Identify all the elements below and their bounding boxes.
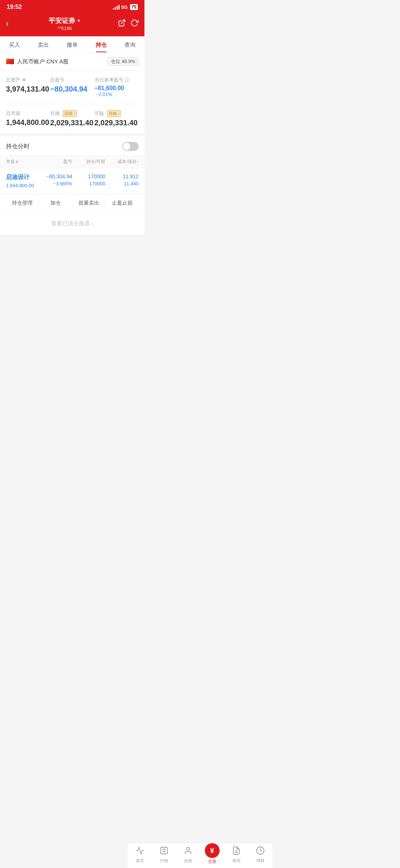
tab-sell[interactable]: 卖出	[29, 36, 58, 52]
total-assets-label: 总资产 👁	[6, 77, 50, 83]
market-value-value: 1,944,800.00	[6, 118, 50, 127]
market-value-label: 总市值	[6, 110, 50, 117]
stock-qty-col: 170000 170000	[72, 173, 106, 186]
stat-available: 可用 国债 › 2,029,331.40	[50, 110, 94, 127]
share-icon[interactable]	[118, 19, 126, 29]
today-pnl-percent: −2.01%	[96, 92, 112, 97]
account-name: 人民币账户 CNY A股	[17, 58, 69, 65]
guozhai-badge[interactable]: 国债 ›	[63, 110, 77, 117]
stock-actions: 持仓管理 加仓 批量卖出 止盈止损	[0, 194, 144, 213]
back-button[interactable]: ‹	[6, 17, 11, 30]
stock-current-price: 11.440	[106, 181, 139, 186]
holdings-title: 持仓分时	[6, 143, 30, 150]
app-title: 平安证券	[49, 16, 75, 25]
account-info: 🇨🇳 人民币账户 CNY A股	[6, 57, 69, 66]
withdrawable-label: 可取 转账 ›	[94, 110, 139, 117]
battery-indicator: 75	[130, 4, 138, 10]
view-cleared-button[interactable]: 查看已清仓股票 ›	[0, 213, 144, 235]
total-pnl-label: 总盈亏	[50, 77, 94, 83]
nav-title-main: 平安证券 ▼	[11, 16, 118, 25]
dropdown-arrow-icon[interactable]: ▼	[77, 18, 81, 23]
expand-icon[interactable]: ›	[137, 160, 139, 164]
nav-actions	[118, 19, 139, 29]
stats-section: 总资产 👁 3,974,131.40 总盈亏 −80,304.94 当日参考盈亏…	[0, 71, 144, 133]
stock-holding-qty: 170000	[72, 173, 106, 179]
th-price: 成本/现价 ›	[106, 159, 139, 165]
network-type: 5G	[121, 4, 127, 10]
tab-buy[interactable]: 买入	[0, 36, 29, 52]
signal-bars-icon	[113, 4, 120, 10]
status-bar: 19:52 5G 75	[0, 0, 144, 13]
nav-title-area: 平安证券 ▼ **5186	[11, 16, 118, 31]
batch-sell-button[interactable]: 批量卖出	[72, 198, 106, 208]
th-market-value: 市值 ⇅	[6, 159, 39, 165]
stats-row-2: 总市值 1,944,800.00 可用 国债 › 2,029,331.40 可取…	[6, 110, 139, 127]
eye-icon[interactable]: 👁	[22, 77, 27, 83]
stock-available-qty: 170000	[72, 181, 106, 186]
today-pnl-values: −81,600.00 −2.01%	[94, 85, 139, 97]
stock-pnl: −80,304.94	[39, 173, 73, 179]
svg-line-0	[121, 20, 125, 23]
stat-today-pnl: 当日参考盈亏 ⓘ −81,600.00 −2.01%	[94, 77, 139, 97]
holdings-header: 持仓分时	[0, 136, 144, 156]
table-header: 市值 ⇅ 盈亏 持仓/可用 成本/现价 ›	[0, 156, 144, 168]
transfer-badge[interactable]: 转账 ›	[107, 110, 121, 117]
stock-name-col: 启迪设计 1,944,800.00	[6, 173, 39, 188]
stat-withdrawable: 可取 转账 › 2,029,331.40	[94, 110, 139, 127]
stat-total-pnl: 总盈亏 −80,304.94	[50, 77, 94, 97]
stock-pnl-percent: −3.965%	[39, 181, 73, 186]
available-label: 可用 国债 ›	[50, 110, 94, 117]
add-position-button[interactable]: 加仓	[39, 198, 72, 208]
stock-cost: 11.912	[106, 173, 139, 179]
sort-icon[interactable]: ⇅	[16, 160, 19, 164]
tab-query[interactable]: 查询	[116, 36, 144, 52]
flag-icon: 🇨🇳	[6, 57, 14, 66]
withdrawable-value: 2,029,331.40	[94, 119, 139, 127]
stat-total-assets: 总资产 👁 3,974,131.40	[6, 77, 50, 97]
stock-price-col: 11.912 11.440	[106, 173, 139, 186]
stock-row: 启迪设计 1,944,800.00 −80,304.94 −3.965% 170…	[0, 168, 144, 194]
content-area: 🇨🇳 人民币账户 CNY A股 仓位 48.9% 总资产 👁 3,974,131…	[0, 53, 144, 267]
tab-bar: 买入 卖出 撤单 持仓 查询	[0, 36, 144, 53]
stock-name[interactable]: 启迪设计	[6, 173, 39, 181]
stock-row-data: 启迪设计 1,944,800.00 −80,304.94 −3.965% 170…	[6, 173, 139, 188]
today-pnl-value: −81,600.00	[94, 85, 124, 92]
tab-cancel[interactable]: 撤单	[58, 36, 87, 52]
tab-holdings[interactable]: 持仓	[87, 36, 116, 52]
stat-market-value: 总市值 1,944,800.00	[6, 110, 50, 127]
nav-bar: ‹ 平安证券 ▼ **5186	[0, 13, 144, 36]
stock-market-value: 1,944,800.00	[6, 183, 39, 188]
position-badge: 仓位 48.9%	[107, 57, 139, 66]
account-bar: 🇨🇳 人民币账户 CNY A股 仓位 48.9%	[0, 53, 144, 71]
stop-profit-loss-button[interactable]: 止盈止损	[105, 198, 139, 208]
refresh-icon[interactable]	[130, 19, 139, 29]
today-pnl-label: 当日参考盈亏 ⓘ	[94, 77, 139, 83]
th-qty: 持仓/可用	[72, 159, 106, 165]
total-pnl-value: −80,304.94	[50, 85, 94, 93]
available-value: 2,029,331.40	[50, 119, 94, 127]
status-time: 19:52	[7, 4, 22, 10]
status-icons: 5G 75	[113, 4, 138, 10]
th-pnl: 盈亏	[39, 159, 73, 165]
holdings-section: 持仓分时 市值 ⇅ 盈亏 持仓/可用 成本/现价 › 启迪设计	[0, 136, 144, 235]
info-icon[interactable]: ⓘ	[125, 77, 130, 83]
account-id: **5186	[11, 26, 118, 31]
stats-row-1: 总资产 👁 3,974,131.40 总盈亏 −80,304.94 当日参考盈亏…	[6, 77, 139, 97]
holdings-time-toggle[interactable]	[122, 142, 139, 151]
holdings-manage-button[interactable]: 持仓管理	[6, 198, 39, 208]
total-assets-value: 3,974,131.40	[6, 85, 50, 93]
stock-pnl-col: −80,304.94 −3.965%	[39, 173, 73, 186]
